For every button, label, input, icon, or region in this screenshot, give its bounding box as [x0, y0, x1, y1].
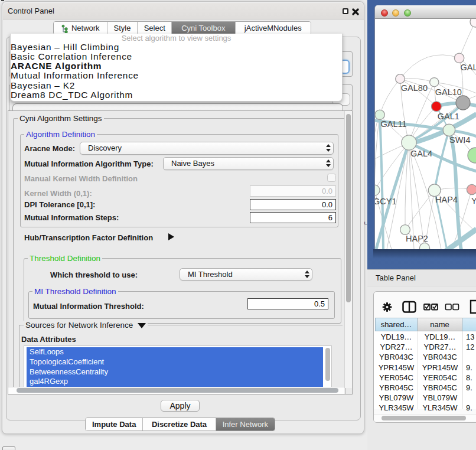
svg-text:GCY1: GCY1 — [375, 197, 397, 206]
svg-text:GAL1: GAL1 — [438, 112, 459, 121]
svg-text:GAL10: GAL10 — [435, 87, 462, 97]
svg-text:GAL80: GAL80 — [401, 83, 428, 93]
svg-text:YM: YM — [471, 196, 476, 206]
svg-text:GAL2: GAL2 — [461, 63, 476, 72]
svg-text:GAL11: GAL11 — [381, 119, 407, 129]
svg-text:GAL4: GAL4 — [410, 149, 432, 158]
svg-text:HAP4: HAP4 — [435, 195, 458, 204]
svg-text:HAP2: HAP2 — [406, 234, 428, 243]
svg-text:SWI4: SWI4 — [449, 135, 470, 145]
